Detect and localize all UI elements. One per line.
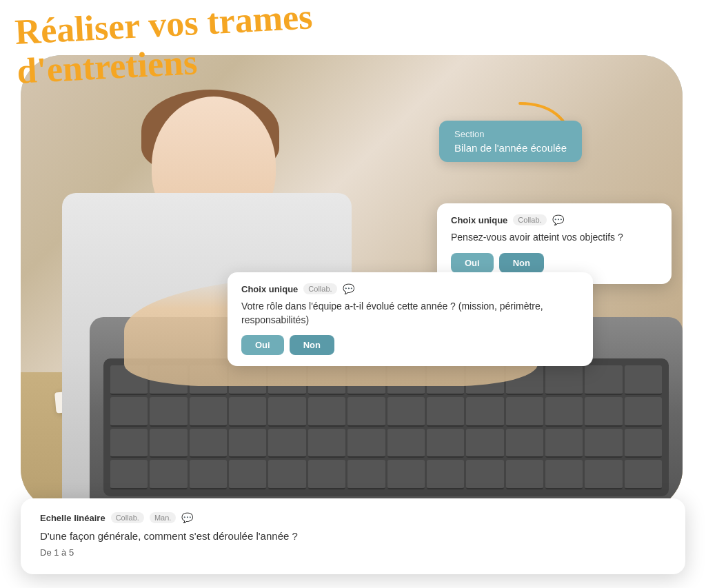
bottom-card-question: D'une façon générale, comment s'est déro… [40, 530, 666, 542]
card-1-question: Pensez-vous avoir atteint vos objectifs … [451, 231, 658, 245]
bottom-card-type: Echelle linéaire [40, 513, 105, 523]
section-value: Bilan de l'année écoulée [454, 142, 567, 154]
card-1-non-button[interactable]: Non [499, 253, 544, 273]
card-2-header: Choix unique Collab. 💬 [241, 283, 579, 294]
card-2-buttons: Oui Non [241, 335, 579, 355]
section-label: Section [454, 129, 567, 139]
bottom-card-badge-collab: Collab. [111, 512, 144, 523]
card-1-badge-collab: Collab. [513, 214, 546, 225]
question-card-2: Choix unique Collab. 💬 Votre rôle dans l… [228, 272, 593, 366]
bottom-card-header: Echelle linéaire Collab. Man. 💬 [40, 512, 666, 523]
bottom-card: Echelle linéaire Collab. Man. 💬 D'une fa… [21, 498, 685, 574]
card-2-oui-button[interactable]: Oui [241, 335, 284, 355]
bottom-card-badge-man: Man. [150, 512, 176, 523]
card-1-type: Choix unique [451, 215, 507, 225]
card-1-comment-icon: 💬 [552, 214, 564, 225]
card-2-badge-collab: Collab. [303, 283, 336, 294]
bottom-card-comment-icon: 💬 [181, 512, 193, 523]
page-container: Réaliser vos trames d'entretiens [0, 0, 706, 588]
card-2-question: Votre rôle dans l'équipe a-t-il évolué c… [241, 300, 579, 327]
card-2-comment-icon: 💬 [343, 283, 354, 294]
title-text: Réaliser vos trames d'entretiens [14, 0, 314, 91]
card-1-header: Choix unique Collab. 💬 [451, 214, 658, 225]
card-1-oui-button[interactable]: Oui [451, 253, 494, 273]
card-2-non-button[interactable]: Non [290, 335, 334, 355]
card-1-buttons: Oui Non [451, 253, 658, 273]
card-2-type: Choix unique [241, 284, 298, 294]
bottom-card-scale: De 1 à 5 [40, 547, 666, 558]
section-card: Section Bilan de l'année écoulée [439, 121, 582, 162]
